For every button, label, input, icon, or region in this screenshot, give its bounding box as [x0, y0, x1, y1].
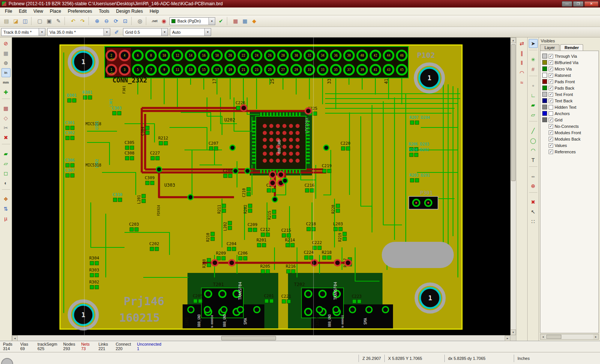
add-dimension-icon[interactable]: ⇔ [529, 172, 538, 181]
units-inch-icon[interactable]: In [2, 68, 10, 77]
dropdown-arrow-icon[interactable]: ▼ [104, 28, 110, 36]
hidden-text-checkbox[interactable] [549, 105, 553, 109]
add-keepout-icon[interactable]: ▱ [529, 110, 538, 119]
color-swatch[interactable] [542, 111, 547, 116]
netlist-icon[interactable]: .net [150, 16, 159, 25]
scroll-down-arrow[interactable]: ▼ [510, 330, 516, 335]
open-board-icon[interactable]: ◪ [11, 16, 20, 25]
bl-buried-via-checkbox[interactable]: ✓ [549, 60, 553, 65]
color-swatch[interactable] [542, 54, 547, 58]
grid-checkbox[interactable]: ✓ [549, 118, 553, 122]
references-checkbox[interactable]: ✓ [549, 150, 553, 154]
panel-scroll-right-arrow[interactable]: ► [593, 334, 598, 339]
menu-view[interactable]: View [30, 8, 46, 15]
module-display-mode-icon[interactable]: ▦ [231, 16, 240, 25]
no-connects-checkbox[interactable]: ✓ [549, 124, 553, 129]
vertical-scroll-thumb[interactable] [511, 44, 516, 181]
mw-gap-icon[interactable]: ∥ [518, 49, 526, 58]
palette-icon[interactable]: ❖ [2, 195, 10, 204]
menu-tools[interactable]: Tools [96, 8, 113, 15]
color-swatch[interactable] [542, 98, 547, 103]
microwave-tools-icon[interactable]: µ [2, 214, 10, 223]
dropdown-arrow-icon[interactable]: ▼ [161, 28, 168, 36]
highlight-net-icon[interactable]: ✳ [529, 55, 538, 64]
layer-pair-icon[interactable]: ⇅ [2, 204, 10, 213]
add-zone-icon[interactable]: ▰ [529, 100, 538, 109]
text-back-checkbox[interactable]: ✓ [549, 99, 553, 103]
maximize-button[interactable]: ❐ [573, 1, 584, 7]
drc-off-icon[interactable]: ⊘ [2, 39, 10, 48]
color-swatch[interactable] [542, 85, 547, 90]
add-footprint-icon[interactable]: ▫ [529, 81, 538, 90]
pads-back-checkbox[interactable]: ✓ [549, 86, 553, 90]
delete-icon[interactable]: ✖ [2, 133, 10, 142]
pcb-canvas[interactable]: 2468101214161820222426283032343638404244… [12, 37, 516, 341]
select-tool-icon[interactable]: ➤ [529, 39, 538, 48]
scroll-left-arrow[interactable]: ◄ [12, 336, 18, 341]
zones-show-icon[interactable]: ▰ [2, 149, 10, 158]
color-swatch[interactable] [542, 79, 547, 84]
menu-file[interactable]: File [2, 8, 15, 15]
dropdown-arrow-icon[interactable]: ▼ [208, 18, 215, 25]
tab-layer[interactable]: Layer [540, 44, 560, 51]
add-line-icon[interactable]: ╱ [529, 126, 538, 135]
zoom-redraw-icon[interactable]: ⟳ [111, 16, 120, 25]
canvas-vertical-scrollbar[interactable]: ▲ ▼ [510, 37, 516, 335]
minimize-button[interactable]: — [562, 1, 572, 7]
autodel-track-icon[interactable]: ✂ [2, 123, 10, 132]
track-display-mode-icon[interactable]: ▦ [240, 16, 249, 25]
pads-front-checkbox[interactable]: ✓ [549, 79, 553, 84]
via-size-selector[interactable]: Via 35.0 mils *▼ [47, 28, 110, 36]
panel-scroll-left-arrow[interactable]: ◄ [540, 334, 546, 339]
grid-visibility-icon[interactable]: ▦ [2, 49, 10, 58]
color-swatch[interactable] [542, 92, 547, 97]
color-swatch[interactable] [542, 60, 547, 65]
print-icon[interactable]: ▣ [45, 16, 54, 25]
menu-edit[interactable]: Edit [15, 8, 30, 15]
scroll-up-arrow[interactable]: ▲ [510, 37, 516, 43]
dropdown-arrow-icon[interactable]: ▼ [204, 28, 211, 36]
undo-icon[interactable]: ↶ [69, 16, 78, 25]
menu-help[interactable]: Help [146, 8, 162, 15]
autorouter-icon[interactable]: ◆ [250, 16, 259, 25]
title-bar[interactable]: Pcbnew (2012-01-19 BZR 3256)-stable C:\U… [0, 0, 600, 7]
canvas-horizontal-scrollbar[interactable]: ◄ ► [12, 335, 510, 341]
modules-front-checkbox[interactable]: ✓ [549, 130, 553, 135]
mw-shape-icon[interactable]: ≈ [518, 78, 526, 87]
ratsnest-module-icon[interactable]: ◇ [2, 114, 10, 123]
zoom-out-icon[interactable]: ⊖ [102, 16, 111, 25]
zones-hide-icon[interactable]: ▱ [2, 159, 10, 168]
zoom-selector[interactable]: Auto▼ [170, 28, 211, 36]
save-board-icon[interactable]: ◫ [21, 16, 30, 25]
delete-item-icon[interactable]: ✖ [529, 198, 538, 207]
add-circle-icon[interactable]: ◯ [529, 136, 538, 145]
layer-check-icon[interactable]: ✔ [216, 16, 225, 25]
close-button[interactable]: ✕ [584, 1, 598, 7]
ratsnest-general-icon[interactable]: ▩ [2, 104, 10, 113]
layer-selector[interactable]: Back (PgDn)▼ [170, 17, 215, 25]
plot-icon[interactable]: ✎ [54, 16, 63, 25]
polar-coords-icon[interactable]: ⊚ [2, 58, 10, 67]
text-front-checkbox[interactable]: ✓ [549, 92, 553, 97]
color-swatch[interactable] [542, 117, 547, 122]
anchors-checkbox[interactable] [549, 111, 553, 116]
dropdown-arrow-icon[interactable]: ▼ [39, 28, 45, 36]
offset-origin-icon[interactable]: ↖ [529, 207, 538, 216]
tab-render[interactable]: Render [560, 44, 584, 51]
menu-design-rules[interactable]: Design Rules [113, 8, 146, 15]
units-mm-icon[interactable]: mm [2, 78, 10, 87]
mw-line-icon[interactable]: ⇄ [518, 39, 526, 48]
cursor-shape-icon[interactable]: ✚ [2, 88, 10, 97]
add-text-icon[interactable]: T [529, 156, 538, 165]
grid-selector[interactable]: Grid 0.5▼ [123, 28, 168, 36]
menu-preferences[interactable]: Preferences [64, 8, 96, 15]
panel-scroll-thumb[interactable] [546, 335, 561, 339]
local-ratsnest-icon[interactable]: # [529, 65, 538, 74]
mw-stub-icon[interactable]: ‖ [518, 58, 526, 67]
drc-icon[interactable]: ◉ [159, 16, 168, 25]
color-swatch[interactable] [542, 66, 547, 71]
page-settings-icon[interactable]: ▢ [35, 16, 44, 25]
add-target-icon[interactable]: ⊕ [529, 181, 538, 190]
color-swatch[interactable] [542, 73, 547, 78]
ratsnest-checkbox[interactable]: ✓ [549, 73, 553, 78]
